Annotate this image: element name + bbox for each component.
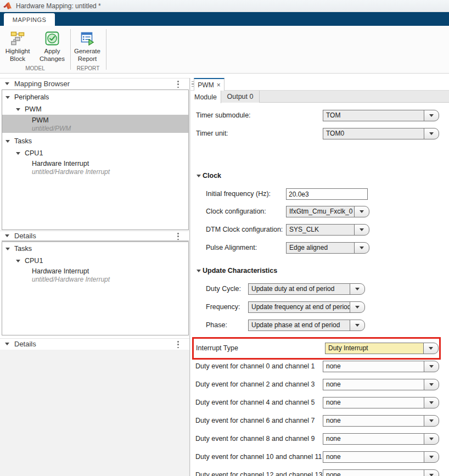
duty-event-2-3-dropdown[interactable]: none (323, 379, 439, 390)
collapse-arrow-icon[interactable] (5, 343, 9, 345)
tree-item-label: CPU1 (25, 257, 43, 265)
duty-event-12-13-dropdown[interactable]: none (323, 469, 439, 476)
clock-config-dropdown[interactable]: IfxGtm_Cmu_Fxclk_0 (286, 206, 369, 217)
collapse-arrow-icon[interactable] (16, 152, 20, 155)
initial-frequency-input[interactable] (286, 188, 368, 200)
pulse-alignment-dropdown[interactable]: Edge aligned (286, 242, 369, 254)
chevron-down-icon[interactable] (424, 433, 439, 445)
duty-cycle-dropdown[interactable]: Update duty at end of period (248, 283, 365, 295)
tree-item-tasks[interactable]: Tasks (2, 244, 188, 254)
chevron-down-icon[interactable] (424, 415, 439, 427)
chevron-down-icon[interactable] (350, 301, 365, 313)
initial-frequency-label: Initial frequency (Hz): (206, 188, 271, 200)
collapse-arrow-icon[interactable] (197, 270, 201, 272)
frequency-dropdown[interactable]: Update frequency at end of period (248, 301, 365, 313)
chevron-down-icon[interactable] (424, 451, 439, 463)
chevron-down-icon[interactable] (424, 379, 439, 390)
toolbar-divider (106, 29, 106, 70)
document-tab-strip: PWM × (190, 78, 449, 91)
dropdown-value: none (323, 433, 424, 445)
chevron-down-icon[interactable] (354, 242, 369, 254)
dtm-clock-config-dropdown[interactable]: SYS_CLK (286, 224, 369, 236)
generate-report-button[interactable]: Generate Report (70, 29, 105, 63)
tab-pwm[interactable]: PWM × (194, 78, 224, 91)
tab-output0[interactable]: Output 0 (221, 91, 260, 103)
details-header-2[interactable]: Details (0, 338, 189, 349)
tree-item-pwm-selected[interactable]: PWM untitled/PWM (2, 115, 188, 133)
close-icon[interactable]: × (217, 82, 221, 88)
tree-item-label: PWM (25, 105, 42, 113)
tab-label: PWM (198, 81, 214, 89)
collapse-arrow-icon[interactable] (5, 234, 9, 237)
title-bar: Hardware Mapping: untitled * (0, 0, 449, 12)
chevron-down-icon[interactable] (424, 397, 439, 408)
duty-event-0-1-dropdown[interactable]: none (323, 361, 439, 372)
tree-item-tasks[interactable]: Tasks (2, 136, 188, 146)
chevron-down-icon[interactable] (423, 343, 439, 354)
button-label: Highlight (0, 47, 35, 55)
timer-unit-label: Timer unit: (196, 128, 228, 139)
dropdown-value: TOM0 (323, 128, 424, 139)
tab-module[interactable]: Module (190, 91, 221, 103)
tree-item-pwm-group[interactable]: PWM (2, 104, 188, 114)
tree-item-hardware-interrupt[interactable]: Hardware Interrupt untitled/Hardware Int… (2, 267, 188, 283)
highlight-block-button[interactable]: Highlight Block (0, 29, 35, 63)
duty-event-8-9-dropdown[interactable]: none (323, 433, 439, 445)
collapse-arrow-icon[interactable] (5, 96, 10, 99)
chevron-down-icon[interactable] (424, 128, 439, 139)
duty-event-label: Duty event for channel 4 and channel 5 (195, 397, 315, 408)
dropdown-value: Update duty at end of period (248, 283, 350, 295)
empty-panel-area (0, 350, 189, 476)
duty-event-4-5-dropdown[interactable]: none (323, 397, 439, 408)
phase-label: Phase: (206, 320, 227, 331)
dropdown-value: none (323, 379, 424, 390)
toolbar-divider (70, 29, 71, 70)
tree-item-cpu1[interactable]: CPU1 (2, 148, 188, 158)
collapse-arrow-icon[interactable] (197, 175, 201, 177)
dropdown-value: SYS_CLK (286, 224, 355, 236)
button-label: Generate (70, 47, 105, 55)
duty-event-6-7-dropdown[interactable]: none (323, 415, 439, 427)
collapse-arrow-icon[interactable] (16, 260, 20, 262)
timer-submodule-dropdown[interactable]: TOM (323, 110, 439, 121)
dropdown-value: IfxGtm_Cmu_Fxclk_0 (286, 206, 355, 217)
chevron-down-icon[interactable] (424, 110, 439, 121)
tree-item-hardware-interrupt[interactable]: Hardware Interrupt untitled/Hardware Int… (2, 160, 188, 176)
collapse-arrow-icon[interactable] (5, 248, 10, 250)
apply-changes-button[interactable]: Apply Changes (35, 29, 70, 63)
tree-item-cpu1[interactable]: CPU1 (2, 256, 188, 266)
button-label: Report (70, 55, 105, 63)
interrupt-type-dropdown[interactable]: Duty Interrupt (325, 343, 439, 354)
timer-unit-dropdown[interactable]: TOM0 (323, 128, 439, 139)
panel-menu-icon[interactable] (177, 341, 179, 348)
collapse-arrow-icon[interactable] (5, 140, 10, 143)
chevron-down-icon[interactable] (350, 283, 365, 295)
duty-event-10-11-dropdown[interactable]: none (323, 451, 439, 463)
panel-title: Mapping Browser (14, 80, 70, 88)
tab-mappings[interactable]: MAPPINGS (4, 13, 55, 26)
clock-section-header[interactable]: Clock (197, 172, 221, 180)
update-characteristics-header[interactable]: Update Characteristics (197, 267, 277, 275)
collapse-arrow-icon[interactable] (5, 82, 9, 85)
interrupt-type-label: Interrupt Type (196, 343, 238, 354)
frequency-label: Frequency: (206, 301, 240, 313)
collapse-arrow-icon[interactable] (16, 108, 20, 111)
tree-item-path: untitled/Hardware Interrupt (32, 168, 188, 176)
chevron-down-icon[interactable] (354, 224, 369, 236)
tree-item-label: Peripherals (14, 93, 49, 101)
mapping-browser-header[interactable]: Mapping Browser (0, 78, 189, 89)
timer-submodule-label: Timer submodule: (196, 110, 251, 121)
tree-item-label: CPU1 (25, 149, 43, 157)
chevron-down-icon[interactable] (350, 320, 365, 331)
dropdown-value: none (323, 415, 424, 427)
apply-changes-icon (45, 31, 59, 46)
details-header-1[interactable]: Details (0, 231, 189, 240)
panel-menu-icon[interactable] (177, 233, 179, 240)
ribbon-bar: MAPPINGS (0, 12, 449, 26)
phase-dropdown[interactable]: Update phase at end of period (248, 320, 365, 331)
panel-menu-icon[interactable] (177, 81, 179, 88)
tree-item-peripherals[interactable]: Peripherals (2, 92, 188, 102)
chevron-down-icon[interactable] (354, 206, 369, 217)
chevron-down-icon[interactable] (424, 361, 439, 372)
chevron-down-icon[interactable] (424, 469, 439, 476)
